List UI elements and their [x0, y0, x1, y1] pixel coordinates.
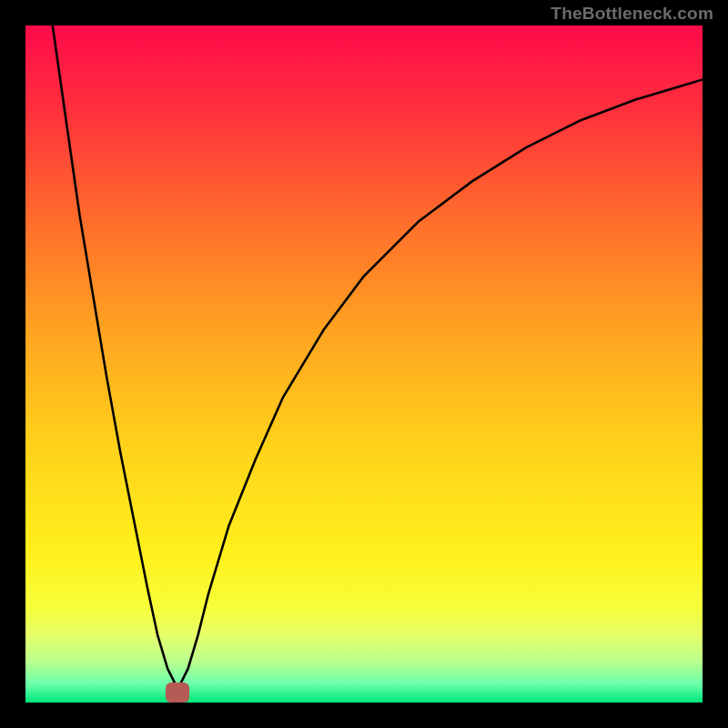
watermark-text: TheBottleneck.com: [551, 4, 713, 24]
chart-frame: TheBottleneck.com: [0, 0, 728, 728]
watermark-label: TheBottleneck.com: [551, 4, 713, 23]
optimal-marker: [166, 682, 189, 703]
bottleneck-curve: [25, 25, 703, 703]
plot-area: [25, 25, 703, 703]
